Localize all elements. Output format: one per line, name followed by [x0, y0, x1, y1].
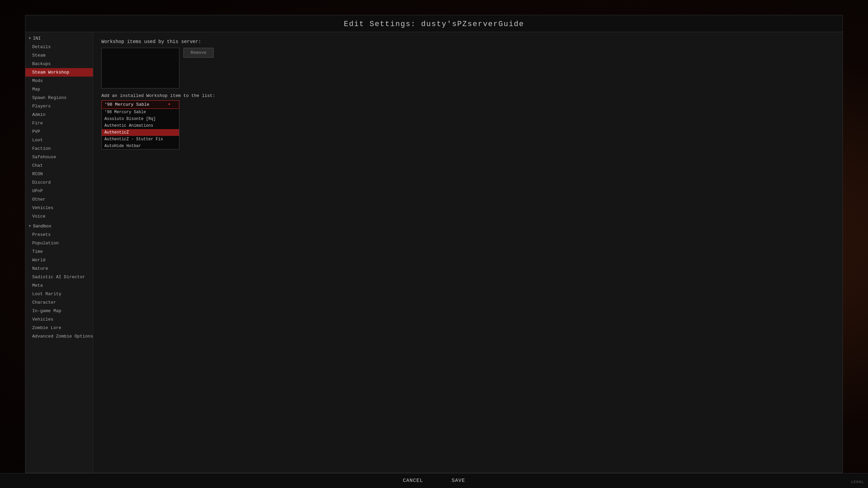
footer: CANCEL SAVE LEGAL — [0, 473, 868, 488]
dropdown-arrow-icon: ▼ — [168, 103, 170, 106]
sidebar-item-steam[interactable]: Steam — [25, 51, 93, 60]
sidebar-item-players[interactable]: Players — [25, 102, 93, 110]
dropdown-option-3[interactable]: AuthenticZ — [102, 129, 179, 136]
sidebar-item-rcon[interactable]: RCON — [25, 170, 93, 178]
remove-button[interactable]: Remove — [183, 48, 214, 58]
sandbox-section-label: Sandbox — [33, 224, 52, 229]
workshop-listbox[interactable] — [101, 48, 179, 88]
sidebar-item-faction[interactable]: Faction — [25, 144, 93, 153]
sidebar-item-population[interactable]: Population — [25, 239, 93, 247]
dropdown-option-5[interactable]: AutoHide Hotbar — [102, 143, 179, 149]
sidebar-item-steam-workshop[interactable]: Steam Workshop — [25, 68, 93, 77]
legal-badge: LEGAL — [851, 480, 864, 484]
sidebar-item-chat[interactable]: Chat — [25, 161, 93, 170]
ini-items-container: DetailsSteamBackupsSteam WorkshopModsMap… — [25, 43, 93, 221]
sidebar-item-advanced-zombie-options[interactable]: Advanced Zombie Options — [25, 332, 93, 341]
workshop-section-label: Workshop items used by this server: — [101, 39, 834, 44]
sidebar-item-nature[interactable]: Nature — [25, 264, 93, 273]
sidebar-item-character[interactable]: Character — [25, 298, 93, 307]
sandbox-arrow-icon: ▼ — [29, 224, 31, 228]
sidebar-item-in-game-map[interactable]: In-game Map — [25, 307, 93, 315]
sidebar-item-details[interactable]: Details — [25, 43, 93, 51]
sidebar-section-ini[interactable]: ▼ INI — [25, 34, 93, 43]
sidebar-item-map[interactable]: Map — [25, 85, 93, 94]
cancel-button[interactable]: CANCEL — [399, 476, 427, 485]
sidebar-item-vehicles[interactable]: Vehicles — [25, 204, 93, 212]
sidebar-item-presets[interactable]: Presets — [25, 230, 93, 239]
sidebar-item-spawn-regions[interactable]: Spawn Regions — [25, 94, 93, 102]
sidebar-item-loot-rarity[interactable]: Loot Rarity — [25, 290, 93, 298]
sidebar-item-pvp[interactable]: PVP — [25, 127, 93, 136]
workshop-row: Remove — [101, 48, 834, 93]
ini-arrow-icon: ▼ — [29, 37, 31, 40]
sandbox-items-container: PresetsPopulationTimeWorldNatureSadistic… — [25, 230, 93, 341]
dropdown-option-2[interactable]: Authentic Animations — [102, 122, 179, 129]
save-button[interactable]: SAVE — [448, 476, 469, 485]
sidebar-item-mods[interactable]: Mods — [25, 77, 93, 85]
sidebar-item-zombie-lore[interactable]: Zombie Lore — [25, 324, 93, 332]
sidebar-item-admin[interactable]: Admin — [25, 110, 93, 119]
window-body: ▼ INI DetailsSteamBackupsSteam WorkshopM… — [25, 32, 843, 473]
main-window: Edit Settings: dusty'sPZserverGuide ▼ IN… — [25, 15, 843, 473]
sidebar-item-backups[interactable]: Backups — [25, 60, 93, 68]
sidebar-item-vehicles-sandbox[interactable]: Vehicles — [25, 315, 93, 324]
sidebar: ▼ INI DetailsSteamBackupsSteam WorkshopM… — [25, 32, 93, 473]
add-workshop-label: Add an installed Workshop item to the li… — [101, 93, 834, 98]
sidebar-item-meta[interactable]: Meta — [25, 281, 93, 290]
dropdown-option-1[interactable]: Assoluto Bisonte [Rq] — [102, 116, 179, 122]
window-title: Edit Settings: dusty'sPZserverGuide — [25, 15, 843, 32]
dropdown-selected-value[interactable]: '98 Mercury Sable ▼ — [101, 100, 179, 109]
sidebar-section-sandbox[interactable]: ▼ Sandbox — [25, 222, 93, 230]
dropdown-list[interactable]: '98 Mercury SableAssoluto Bisonte [Rq]Au… — [101, 109, 179, 149]
main-content: Workshop items used by this server: Remo… — [93, 32, 843, 473]
sidebar-item-other[interactable]: Other — [25, 195, 93, 204]
dropdown-selected-text: '98 Mercury Sable — [104, 102, 150, 107]
workshop-dropdown[interactable]: '98 Mercury Sable ▼ '98 Mercury SableAss… — [101, 100, 179, 109]
sidebar-item-loot[interactable]: Loot — [25, 136, 93, 144]
ini-section-label: INI — [33, 36, 41, 41]
dropdown-option-0[interactable]: '98 Mercury Sable — [102, 109, 179, 116]
sidebar-item-upnp[interactable]: UPnP — [25, 187, 93, 195]
sidebar-item-discord[interactable]: Discord — [25, 178, 93, 187]
dropdown-option-4[interactable]: AuthenticZ - Stutter Fix — [102, 136, 179, 143]
sidebar-item-voice[interactable]: Voice — [25, 212, 93, 221]
sidebar-item-safehouse[interactable]: Safehouse — [25, 153, 93, 161]
sidebar-item-time[interactable]: Time — [25, 247, 93, 256]
sidebar-item-sadistic-ai-director[interactable]: Sadistic AI Director — [25, 273, 93, 281]
sidebar-item-fire[interactable]: Fire — [25, 119, 93, 127]
sidebar-item-world[interactable]: World — [25, 256, 93, 264]
